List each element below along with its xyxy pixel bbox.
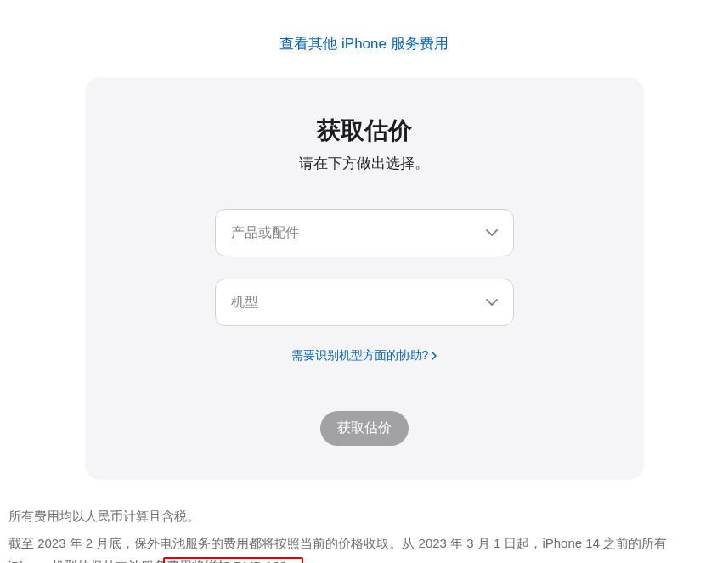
identify-model-help-link[interactable]: 需要识别机型方面的协助? [119, 348, 610, 363]
card-title: 获取估价 [119, 115, 610, 147]
card-subtitle: 请在下方做出选择。 [119, 154, 610, 173]
product-select[interactable]: 产品或配件 [215, 209, 514, 256]
footer-line-1: 所有费用均以人民币计算且含税。 [8, 505, 705, 527]
footer-disclaimer: 所有费用均以人民币计算且含税。 截至 2023 年 2 月底，保外电池服务的费用… [8, 505, 705, 563]
product-select-placeholder: 产品或配件 [231, 224, 299, 242]
footer-line-2: 截至 2023 年 2 月底，保外电池服务的费用都将按照当前的价格收取。从 20… [8, 532, 705, 563]
estimate-card: 获取估价 请在下方做出选择。 产品或配件 机型 需要识别机型方面的协助? 获取估… [85, 77, 644, 480]
chevron-right-icon [432, 352, 437, 360]
get-estimate-button[interactable]: 获取估价 [320, 411, 409, 446]
view-other-services-link[interactable]: 查看其他 iPhone 服务费用 [0, 34, 728, 53]
chevron-down-icon [486, 229, 498, 236]
model-select-placeholder: 机型 [231, 294, 258, 312]
help-link-text: 需要识别机型方面的协助? [291, 348, 429, 363]
chevron-down-icon [486, 299, 498, 306]
model-select[interactable]: 机型 [215, 279, 514, 326]
